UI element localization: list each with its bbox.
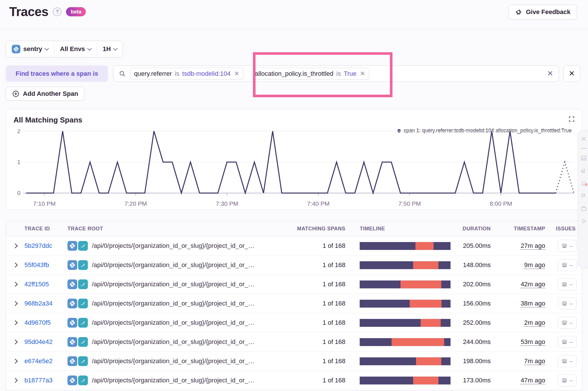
col-trace-id: TRACE ID [24,226,67,232]
trace-id-link[interactable]: 4d9670f5 [24,319,51,326]
remove-span-condition-button[interactable]: ✕ [563,65,580,82]
expand-row-icon[interactable] [6,263,24,267]
dash-icon: – [569,320,572,326]
trace-id-link[interactable]: 42ff1505 [24,281,49,288]
timestamp-value[interactable]: 53m ago [521,338,545,345]
issues-button[interactable]: – [558,336,577,348]
python-icon [67,318,77,328]
trace-root-path: /api/0/projects/{organization_id_or_slug… [92,357,254,365]
expand-row-icon[interactable] [6,321,24,324]
expand-row-icon[interactable] [6,283,24,286]
matching-spans-count: 1 of 168 [288,377,348,384]
duration-value: 252.00ms [450,319,494,326]
expand-row-icon[interactable] [6,359,24,363]
col-trace-root: TRACE ROOT [67,226,288,232]
project-selector[interactable]: sentry [6,41,54,57]
duration-value: 148.00ms [450,261,494,269]
trace-id-link[interactable]: 968b2a34 [24,300,53,307]
chevron-down-icon [87,46,92,50]
expand-row-icon[interactable] [6,340,24,344]
timeline-bar[interactable] [360,338,450,346]
python-icon [67,279,77,289]
issues-button[interactable]: – [558,278,577,290]
table-row: 5b297ddc/api/0/projects/{organization_id… [6,236,582,256]
flag-icon[interactable] [581,193,587,199]
token-remove-icon[interactable]: ✕ [360,70,365,77]
trace-id-link[interactable]: 95d04e42 [24,338,53,345]
close-icon[interactable] [581,136,587,142]
timestamp-value[interactable]: 2m ago [524,319,545,326]
timeline-bar[interactable] [360,281,450,288]
table-row: 4d9670f5/api/0/projects/{organization_id… [6,313,582,332]
token-value: True [344,70,356,77]
timestamp-value[interactable]: 38m ago [521,300,545,307]
trace-id-link[interactable]: b18777a3 [24,377,53,384]
matching-spans-count: 1 of 168 [288,261,348,269]
table-row: 95d04e42/api/0/projects/{organization_id… [6,332,582,352]
timeline-bar[interactable] [360,357,450,365]
issues-drawer-icon[interactable] [581,155,587,161]
timestamp-value[interactable]: 47m ago [521,377,545,384]
archive-box-icon[interactable] [581,205,587,212]
expand-row-icon[interactable] [6,302,24,305]
dash-icon: – [569,262,572,269]
add-another-span-button[interactable]: Add Another Span [6,87,84,101]
svg-text:7:30 PM: 7:30 PM [216,200,238,207]
span-search-bar[interactable]: query.referreristsdb-modelid:104✕allocat… [113,65,559,82]
timeline-bar[interactable] [360,319,450,327]
token-remove-icon[interactable]: ✕ [234,70,239,77]
col-duration: DURATION [450,226,494,232]
timeline-bar[interactable] [360,377,450,384]
platform-icon [78,356,88,366]
timestamp-value[interactable]: 42m ago [521,281,545,288]
help-icon[interactable]: ? [53,7,61,16]
spans-line-chart[interactable]: 0127:10 PM7:20 PM7:30 PM7:40 PM7:50 PM8:… [10,129,579,210]
trace-id-link[interactable]: 55f043fb [24,261,49,269]
issues-button[interactable]: – [558,240,577,252]
platform-icon [78,260,88,270]
timeline-bar[interactable] [360,300,450,308]
timestamp-value[interactable]: 7m ago [524,357,545,365]
trace-id-link[interactable]: e674e5e2 [24,357,53,365]
issues-icon [562,243,567,248]
alert-bell-icon[interactable] [581,180,587,186]
chart-title: All Matching Spans [13,116,82,125]
issues-icon [562,378,567,383]
search-token[interactable]: query.referreristsdb-modelid:104✕ [130,68,243,80]
table-body: 5b297ddc/api/0/projects/{organization_id… [6,236,582,390]
environment-selector[interactable]: All Envs [54,41,97,57]
issues-button[interactable]: – [558,259,577,271]
play-icon[interactable] [581,218,587,224]
timestamp-value[interactable]: 27m ago [521,242,545,249]
python-icon [67,299,77,308]
timeline-bar[interactable] [360,242,450,250]
search-token[interactable]: allocation_policy.is_throttledisTrue✕ [251,68,369,80]
platform-icon [78,376,88,385]
issues-button[interactable]: – [558,317,577,329]
give-feedback-button[interactable]: Give Feedback [508,5,577,20]
expand-row-icon[interactable] [6,379,24,382]
fullscreen-icon[interactable] [568,116,575,122]
megaphone-small-icon[interactable] [581,168,587,174]
plus-circle-icon [12,90,20,98]
duration-value: 156.00ms [450,300,494,307]
chevron-down-icon [45,46,49,50]
timeline-bar[interactable] [360,261,450,269]
issues-button[interactable]: – [558,374,577,386]
dash-icon: – [569,243,572,249]
timestamp-value[interactable]: 9m ago [524,261,545,269]
toolbar-divider [581,148,587,149]
trace-root-path: /api/0/projects/{organization_id_or_slug… [92,377,254,384]
project-icons [67,376,88,385]
token-operator: is [175,70,179,77]
trace-id-link[interactable]: 5b297ddc [24,242,52,249]
table-row: 55f043fb/api/0/projects/{organization_id… [6,256,582,275]
token-operator: is [336,70,341,77]
issues-button[interactable]: – [558,297,577,310]
expand-row-icon[interactable] [6,244,24,248]
svg-text:2: 2 [17,129,20,134]
search-clear-icon[interactable]: ✕ [547,69,553,78]
table-row: 968b2a34/api/0/projects/{organization_id… [6,294,582,313]
time-period-selector[interactable]: 1H [97,41,123,57]
issues-button[interactable]: – [558,355,577,367]
